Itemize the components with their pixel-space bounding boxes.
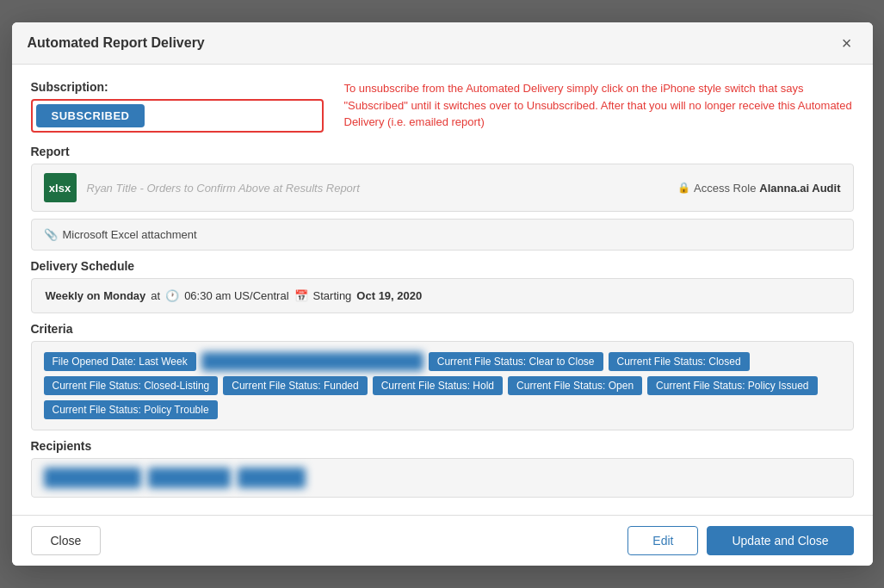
access-role: 🔒 Access Role Alanna.ai Audit [677,182,840,195]
criteria-tag: Current File Status: Closed-Listing [44,376,219,395]
subscription-area: Subscription: SUBSCRIBED [31,80,324,133]
top-section: Subscription: SUBSCRIBED To unsubscribe … [31,80,854,133]
criteria-tag: Current File Status: Clear to Close [429,352,603,371]
criteria-tag: Current File Status: Policy Issued [647,376,817,395]
clock-icon: 🕐 [165,289,179,302]
criteria-tag: Current File Status: Hold [373,376,503,395]
recipients-area: ██████████ ████████ ██████ [31,458,854,498]
criteria-tag: Current File Status: Policy Trouble [44,400,218,419]
criteria-area: File Opened Date: Last Week ████████████… [31,341,854,430]
lock-icon: 🔒 [677,182,690,194]
delivery-schedule-row: Weekly on Monday at 🕐 06:30 am US/Centra… [31,278,854,313]
footer-right-buttons: Edit Update and Close [627,526,853,555]
criteria-section-label: Criteria [31,322,854,336]
delivery-schedule-section-label: Delivery Schedule [31,259,854,273]
delivery-starting-prefix: Starting [313,289,352,302]
modal-dialog: Automated Report Delivery × Subscription… [12,22,873,566]
delivery-frequency: Weekly on Monday [46,289,146,302]
criteria-tag-blurred: ████████████████████████████ [201,352,423,371]
modal-close-icon-btn[interactable]: × [837,33,857,53]
subscription-box: SUBSCRIBED [31,99,324,133]
delivery-time: 06:30 am US/Central [184,289,288,302]
subscription-text-input[interactable] [150,109,318,122]
recipient-tag: ██████████ [44,467,141,488]
excel-icon: xlsx [44,173,77,202]
attachment-label: Microsoft Excel attachment [63,228,197,241]
report-row: xlsx Ryan Title - Orders to Confirm Abov… [31,164,854,212]
modal-footer: Close Edit Update and Close [12,515,873,566]
recipient-tag: ████████ [148,467,231,488]
recipients-section-label: Recipients [31,439,854,453]
delivery-at-text: at [151,289,160,302]
help-text: To unsubscribe from the Automated Delive… [344,80,854,131]
paperclip-icon: 📎 [44,228,58,241]
report-section-label: Report [31,145,854,158]
delivery-starting-date: Oct 19, 2020 [356,289,422,302]
subscription-label: Subscription: [31,80,324,94]
subscribed-toggle-button[interactable]: SUBSCRIBED [36,104,145,127]
criteria-tag: Current File Status: Open [508,376,642,395]
modal-header: Automated Report Delivery × [12,22,873,65]
criteria-tag: Current File Status: Closed [609,352,750,371]
criteria-tag: File Opened Date: Last Week [44,352,196,371]
report-name: Ryan Title - Orders to Confirm Above at … [87,182,668,195]
close-button[interactable]: Close [31,526,102,555]
update-and-close-button[interactable]: Update and Close [707,526,853,555]
modal-body: Subscription: SUBSCRIBED To unsubscribe … [12,65,873,515]
edit-button[interactable]: Edit [627,526,698,555]
recipient-tag: ██████ [238,467,306,488]
criteria-tag: Current File Status: Funded [223,376,367,395]
modal-overlay: Automated Report Delivery × Subscription… [0,0,884,588]
attachment-row: 📎 Microsoft Excel attachment [31,219,854,251]
calendar-icon: 📅 [294,289,308,302]
modal-title: Automated Report Delivery [28,35,205,51]
